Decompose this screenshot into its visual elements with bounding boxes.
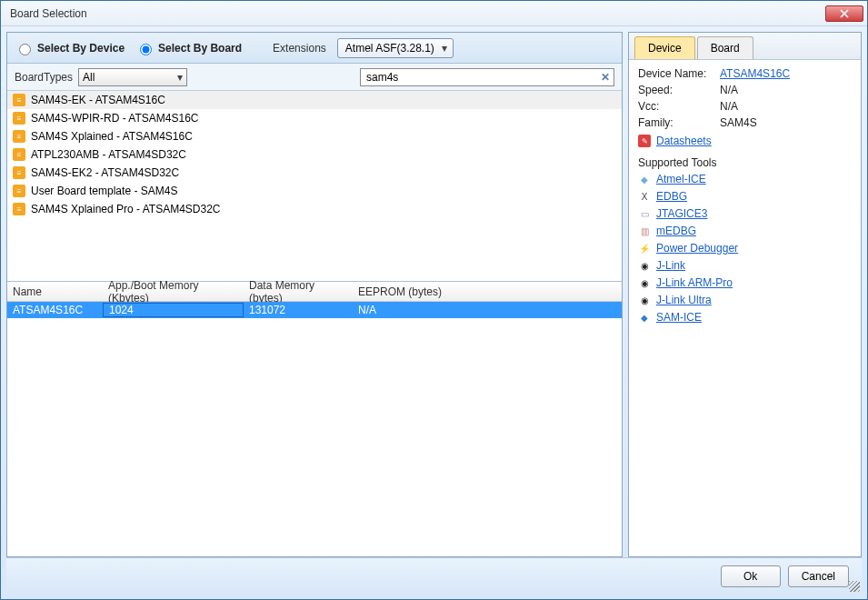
tool-link[interactable]: J-Link ARM-Pro — [656, 276, 733, 289]
tools-list: ◆Atmel-ICEXEDBG▭JTAGICE3▥mEDBG⚡Power Deb… — [638, 173, 852, 324]
col-eeprom-header[interactable]: EEPROM (bytes) — [353, 285, 462, 298]
board-icon: ≡ — [13, 203, 25, 215]
close-button[interactable] — [825, 5, 863, 22]
board-icon: ≡ — [13, 166, 25, 179]
tool-link[interactable]: Atmel-ICE — [656, 173, 706, 185]
tool-icon: ▥ — [638, 225, 651, 237]
col-data-header[interactable]: Data Memory (bytes) — [244, 279, 353, 305]
window-title: Board Selection — [10, 7, 825, 20]
resize-grip[interactable] — [849, 581, 860, 592]
board-item[interactable]: ≡User Board template - SAM4S — [7, 182, 622, 200]
tool-link[interactable]: Power Debugger — [656, 242, 738, 255]
board-icon: ≡ — [13, 185, 25, 197]
cell-app: 1024 — [103, 303, 244, 317]
right-column: Device Board Device Name: ATSAM4S16C Spe… — [628, 32, 862, 557]
cell-eeprom: N/A — [353, 304, 462, 316]
board-icon: ≡ — [13, 148, 25, 161]
tool-item[interactable]: ▭JTAGICE3 — [638, 207, 852, 220]
speed-label: Speed: — [638, 84, 720, 96]
family-label: Family: — [638, 116, 720, 129]
select-by-device-label: Select By Device — [37, 42, 125, 55]
speed-value: N/A — [720, 84, 738, 96]
search-input[interactable] — [364, 70, 601, 85]
bottom-bar: Ok Cancel — [6, 557, 862, 594]
tool-item[interactable]: ◉J-Link ARM-Pro — [638, 276, 852, 289]
tab-board[interactable]: Board — [697, 36, 753, 59]
tool-item[interactable]: ◆Atmel-ICE — [638, 173, 852, 185]
select-by-board-input[interactable] — [140, 44, 152, 55]
board-item-label: SAM4S Xplained Pro - ATSAM4SD32C — [31, 203, 221, 215]
select-by-board-label: Select By Board — [158, 42, 242, 55]
tool-link[interactable]: SAM-ICE — [656, 311, 702, 324]
extensions-value: Atmel ASF(3.28.1) — [345, 42, 434, 55]
board-item-label: SAM4S Xplained - ATSAM4S16C — [31, 130, 193, 143]
tool-item[interactable]: ◉J-Link Ultra — [638, 294, 852, 306]
cell-name: ATSAM4S16C — [7, 304, 103, 316]
select-by-device-input[interactable] — [19, 44, 31, 55]
datasheets-row[interactable]: ✎ Datasheets — [638, 135, 852, 147]
select-by-device-radio[interactable]: Select By Device — [15, 41, 125, 55]
device-table-body: ATSAM4S16C1024131072N/A — [7, 302, 622, 318]
tool-item[interactable]: ▥mEDBG — [638, 225, 852, 237]
tool-icon: ◉ — [638, 276, 651, 289]
tool-item[interactable]: XEDBG — [638, 190, 852, 203]
board-selection-window: Board Selection Select By Device Select … — [0, 0, 868, 600]
board-item-label: ATPL230AMB - ATSAM4SD32C — [31, 148, 186, 161]
family-value: SAM4S — [720, 116, 757, 129]
tool-item[interactable]: ◉J-Link — [638, 259, 852, 272]
select-by-board-radio[interactable]: Select By Board — [135, 41, 242, 55]
tool-link[interactable]: J-Link — [656, 259, 685, 272]
board-item[interactable]: ≡SAM4S-EK - ATSAM4S16C — [7, 91, 622, 109]
board-types-dropdown[interactable]: All — [78, 68, 187, 86]
tool-item[interactable]: ◆SAM-ICE — [638, 311, 852, 324]
col-name-header[interactable]: Name — [7, 285, 103, 298]
tool-icon: ◉ — [638, 259, 651, 272]
board-item[interactable]: ≡SAM4S-WPIR-RD - ATSAM4S16C — [7, 109, 622, 127]
tool-icon: ◆ — [638, 173, 651, 185]
tool-link[interactable]: EDBG — [656, 190, 687, 203]
vcc-value: N/A — [720, 100, 738, 113]
filter-row: BoardTypes All ✕ — [7, 64, 622, 91]
tool-icon: ◆ — [638, 311, 651, 324]
ok-button[interactable]: Ok — [721, 565, 781, 587]
vcc-label: Vcc: — [638, 100, 720, 113]
cancel-button[interactable]: Cancel — [788, 565, 849, 587]
tool-link[interactable]: J-Link Ultra — [656, 294, 712, 306]
tool-item[interactable]: ⚡Power Debugger — [638, 242, 852, 255]
board-item-label: SAM4S-EK2 - ATSAM4SD32C — [31, 166, 179, 179]
clear-search-icon[interactable]: ✕ — [601, 71, 610, 84]
board-types-label: BoardTypes — [15, 71, 73, 84]
board-icon: ≡ — [13, 112, 25, 125]
close-icon — [840, 9, 849, 18]
board-item-label: SAM4S-WPIR-RD - ATSAM4S16C — [31, 112, 198, 125]
tool-icon: ◉ — [638, 294, 651, 306]
board-types-value: All — [83, 71, 95, 84]
side-tabs: Device Board — [629, 33, 861, 60]
tool-icon: X — [638, 190, 651, 203]
device-name-label: Device Name: — [638, 67, 720, 80]
board-item[interactable]: ≡SAM4S Xplained Pro - ATSAM4SD32C — [7, 200, 622, 218]
board-icon: ≡ — [13, 94, 25, 106]
pdf-icon: ✎ — [638, 135, 651, 147]
device-info-panel: Device Name: ATSAM4S16C Speed: N/A Vcc: … — [629, 60, 861, 556]
selection-mode-bar: Select By Device Select By Board Extensi… — [7, 33, 622, 64]
board-item[interactable]: ≡SAM4S Xplained - ATSAM4S16C — [7, 127, 622, 145]
table-row[interactable]: ATSAM4S16C1024131072N/A — [7, 302, 622, 318]
extensions-label: Extensions — [273, 42, 326, 55]
main-row: Select By Device Select By Board Extensi… — [6, 32, 862, 557]
board-list[interactable]: ≡SAM4S-EK - ATSAM4S16C≡SAM4S-WPIR-RD - A… — [7, 91, 622, 282]
tab-device[interactable]: Device — [634, 36, 695, 59]
tool-icon: ⚡ — [638, 242, 651, 255]
col-app-header[interactable]: App./Boot Memory (Kbytes) — [103, 279, 244, 305]
search-box[interactable]: ✕ — [360, 68, 614, 86]
board-item[interactable]: ≡SAM4S-EK2 - ATSAM4SD32C — [7, 164, 622, 182]
tool-link[interactable]: JTAGICE3 — [656, 207, 707, 220]
tool-link[interactable]: mEDBG — [656, 225, 696, 237]
datasheets-link[interactable]: Datasheets — [656, 135, 712, 147]
content-area: Select By Device Select By Board Extensi… — [1, 26, 867, 599]
device-name-link[interactable]: ATSAM4S16C — [720, 67, 790, 80]
device-table-header: Name App./Boot Memory (Kbytes) Data Memo… — [7, 282, 622, 302]
extensions-dropdown[interactable]: Atmel ASF(3.28.1) — [337, 38, 454, 58]
board-item[interactable]: ≡ATPL230AMB - ATSAM4SD32C — [7, 145, 622, 164]
board-item-label: User Board template - SAM4S — [31, 185, 177, 197]
